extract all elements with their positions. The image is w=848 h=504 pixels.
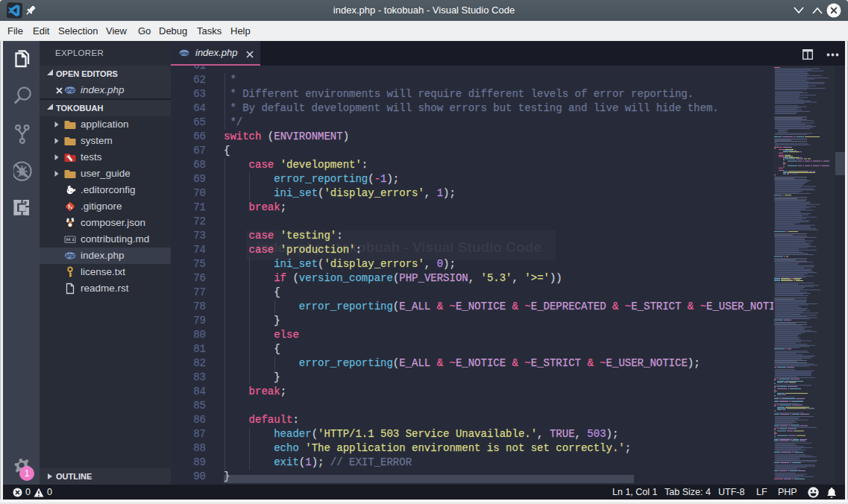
svg-text:php: php — [65, 87, 75, 93]
svg-text:php: php — [180, 51, 189, 55]
svg-text:php: php — [65, 253, 75, 259]
